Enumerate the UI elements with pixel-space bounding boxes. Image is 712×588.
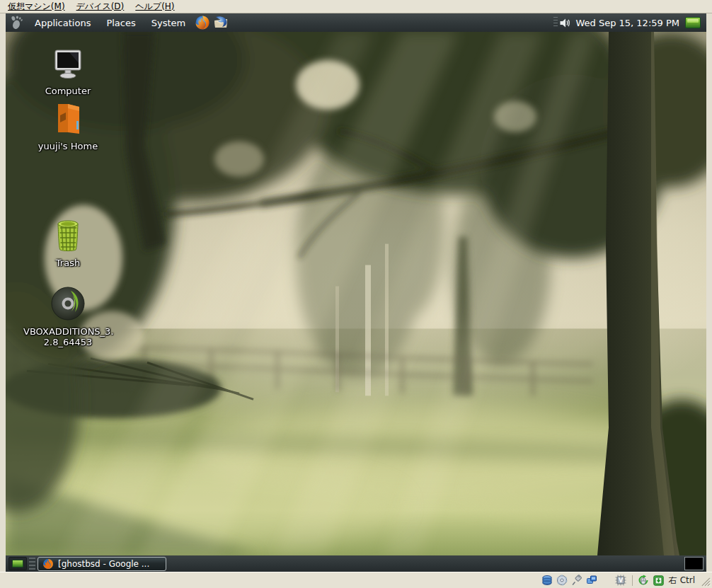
menu-places[interactable]: Places [98, 13, 143, 32]
panel-menus: Applications Places System [27, 13, 193, 32]
thunderbird-launcher[interactable] [212, 13, 230, 32]
virtualization-chip-icon[interactable]: V [615, 575, 627, 587]
panel-right-applets: Wed Sep 15, 12:59 PM [553, 13, 706, 32]
virtualbox-window: 仮想マシン(M) デバイス(D) ヘルプ(H) [0, 0, 712, 588]
task-button-firefox[interactable]: [ghostbsd - Google ... [38, 557, 166, 571]
wallpaper-thumbnail-icon[interactable] [685, 17, 701, 28]
optical-drive-icon[interactable] [556, 575, 568, 587]
window-list-handle[interactable] [29, 558, 35, 570]
menu-virtual-machine[interactable]: 仮想マシン(M) [3, 0, 70, 13]
applet-handle[interactable] [553, 17, 558, 28]
menu-applications[interactable]: Applications [27, 13, 98, 32]
desktop-icon-label: VBOXADDITIONS_3. [23, 326, 113, 337]
desktop-icon-label: yuuji's Home [23, 141, 113, 151]
thunderbird-icon [213, 15, 229, 30]
usb-devices-icon[interactable] [571, 575, 583, 587]
menu-system[interactable]: System [144, 13, 193, 32]
host-key-state-icon[interactable] [653, 575, 665, 587]
menu-help[interactable]: ヘルプ(H) [130, 0, 179, 13]
home-folder-icon [51, 100, 85, 137]
vm-border-left [0, 13, 6, 572]
trash-icon [51, 218, 85, 253]
workspace-switcher[interactable] [684, 557, 704, 570]
desktop-icon-computer[interactable]: Computer [23, 47, 113, 96]
desktop-icon-home[interactable]: yuuji's Home [23, 100, 113, 151]
desktop-icon-label: Trash [23, 258, 113, 268]
resize-grip[interactable] [701, 575, 711, 587]
vm-frame: Applications Places System [0, 13, 712, 572]
gnome-top-panel: Applications Places System [6, 13, 706, 32]
vbox-menubar: 仮想マシン(M) デバイス(D) ヘルプ(H) [0, 0, 712, 13]
desktop-icon-label: Computer [23, 86, 113, 96]
gnome-bottom-panel: [ghostbsd - Google ... [6, 555, 706, 572]
show-desktop-icon [12, 560, 23, 567]
mouse-integration-icon[interactable] [638, 575, 650, 587]
hard-disks-icon[interactable] [541, 575, 553, 587]
host-key-label: 右 Ctrl [669, 575, 695, 587]
task-button-label: [ghostbsd - Google ... [58, 559, 149, 569]
desktop-icon-trash[interactable]: Trash [23, 218, 113, 268]
gnome-main-menu-button[interactable] [6, 13, 27, 32]
desktop-icon-vbox-additions[interactable]: VBOXADDITIONS_3. 2.8_64453 [23, 285, 113, 347]
clock[interactable]: Wed Sep 15, 12:59 PM [571, 18, 685, 28]
firefox-icon [42, 558, 54, 570]
computer-icon [51, 47, 85, 81]
firefox-launcher[interactable] [193, 13, 212, 32]
statusbar-separator [632, 575, 633, 586]
vm-border-right [706, 13, 712, 572]
desktop-icon-label-line2: 2.8_64453 [23, 337, 113, 347]
desktop[interactable]: Computer yuuji's Home [6, 32, 706, 555]
menu-devices[interactable]: デバイス(D) [71, 0, 130, 13]
vbox-statusbar: V 右 Ctrl [0, 572, 712, 588]
network-adapters-icon[interactable] [586, 575, 598, 587]
gnome-foot-icon [8, 15, 24, 30]
svg-text:V: V [619, 577, 624, 584]
show-desktop-button[interactable] [8, 557, 27, 570]
cd-rom-icon [50, 285, 86, 322]
vm-screen: Applications Places System [6, 13, 706, 572]
volume-icon[interactable] [559, 17, 571, 29]
firefox-icon [195, 15, 210, 30]
